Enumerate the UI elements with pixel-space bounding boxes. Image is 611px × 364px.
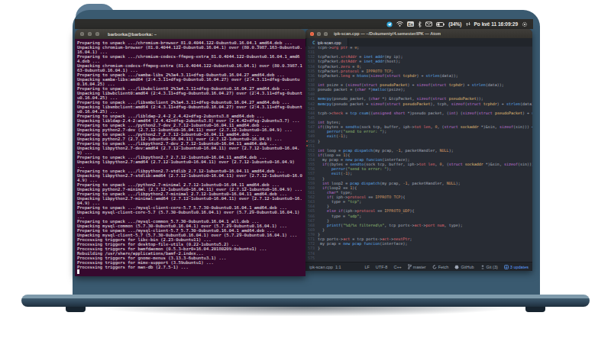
battery-icon[interactable] <box>436 22 445 27</box>
status-updates[interactable]: 3 updates <box>504 265 529 269</box>
code-text: } <box>318 139 320 143</box>
tab-label: ipk-scan.cpp <box>318 40 341 45</box>
code-line: 575 <box>306 256 532 260</box>
status-cursor-position[interactable]: 1:1 <box>335 265 341 269</box>
status-github[interactable]: GitHub <box>454 265 474 269</box>
terminal-window: barborka@barborka: ~ Preparing to unpack… <box>75 29 306 276</box>
close-button[interactable] <box>80 32 84 36</box>
terminal-output[interactable]: Preparing to unpack .../chromium-browser… <box>75 39 306 276</box>
status-file[interactable]: ipk-scan.cpp <box>309 265 333 269</box>
terminal-line: Unpacking chromium-codecs-ffmpeg-extra (… <box>77 63 303 72</box>
line-number: 575 <box>306 256 318 260</box>
laptop-shadow <box>11 303 600 329</box>
error-marker-icon <box>306 140 308 142</box>
code-text: printf("%d/%s filtered\n", tcp_ports->ac… <box>318 223 463 227</box>
package-update-icon <box>504 265 509 269</box>
fetch-icon <box>432 265 437 269</box>
status-fetch[interactable]: Fetch <box>432 265 449 269</box>
code-line: 542memcpy(pseudo_packet + sizeof(struct … <box>306 101 532 106</box>
diff-icon <box>480 265 485 269</box>
system-panel: En (34%) Po kvě 11 16:09:29 <box>75 19 533 29</box>
terminal-line: Unpacking samba-libs:amd64 (2:4.3.11+dfs… <box>77 77 303 86</box>
terminal-line: Unpacking libpython2.7:amd64 (2.7.12-1ub… <box>77 159 303 169</box>
github-icon <box>454 265 459 269</box>
gear-icon[interactable] <box>522 21 528 27</box>
code-text: my_pcap = new_pcap_funcion(interface); <box>318 241 407 246</box>
sync-arrows-icon[interactable] <box>466 21 470 27</box>
code-text: tcph->check = tcp_csum((unsigned short *… <box>318 111 532 115</box>
terminal-line: Preparing to unpack .../chromium-codecs-… <box>77 54 303 63</box>
code-text: memcpy(pseudo_packet + sizeof(struct pse… <box>318 101 532 106</box>
code-line: 544tcph->check = tcp_csum((unsigned shor… <box>306 111 532 115</box>
tab-bar: C ipk-scan.cpp <box>306 38 532 47</box>
tab-ipk-scan[interactable]: C ipk-scan.cpp <box>306 38 348 47</box>
minimize-button[interactable] <box>88 32 92 36</box>
status-encoding[interactable]: UTF-8 <box>376 265 388 269</box>
status-bar: ipk-scan.cpp 1:1 LF UTF-8 C++ master Fet… <box>306 262 532 271</box>
minimize-button[interactable] <box>317 32 321 36</box>
maximize-button[interactable] <box>324 32 328 36</box>
battery-percentage[interactable]: (34%) <box>448 21 461 27</box>
code-text: } <box>318 246 320 250</box>
terminal-line: Unpacking libpython2.7-stdlib:amd64 (2.7… <box>77 173 303 182</box>
cpp-file-icon: C <box>312 40 315 45</box>
status-line-ending[interactable]: LF <box>364 265 369 269</box>
terminal-line: Unpacking libwbclient0:amd64 (2:4.3.11+d… <box>77 91 303 100</box>
error-marker-icon <box>306 145 308 147</box>
editor-body[interactable]: 530tcph->urg_ptr = 0;531532tcpPacket.src… <box>306 47 532 262</box>
code-text: tcph->urg_ptr = 0; <box>318 47 359 50</box>
terminal-cursor <box>77 269 303 275</box>
clock[interactable]: Po kvě 11 16:09:29 <box>474 21 518 27</box>
terminal-line: Unpacking libpython2.7-minimal:amd64 (2.… <box>77 196 303 205</box>
window-title: ipk-scan.cpp — ~/Dokumenty/4.semester/IP… <box>334 31 441 36</box>
terminal-title: barborka@barborka: ~ <box>108 32 157 37</box>
code-text: tcpPacket.leng = htons(sizeof(struct tcp… <box>318 73 458 78</box>
branch-icon <box>408 264 412 269</box>
mail-icon[interactable] <box>425 21 432 27</box>
messaging-app-icon[interactable] <box>386 21 393 27</box>
code-text: exit(-1); <box>318 134 348 138</box>
terminal-line: Unpacking libpython2.7-dev:amd64 (2.7.12… <box>77 146 303 155</box>
terminal-line: Unpacking mysql-client-core-5.7 (5.7.30-… <box>77 210 303 219</box>
wifi-icon[interactable] <box>396 21 403 27</box>
desktop-screen: En (34%) Po kvě 11 16:09:29 <box>75 19 533 277</box>
code-text: pseudo_packet = (char *)malloc(psize); <box>318 87 405 92</box>
keyboard-layout-indicator[interactable]: En <box>407 21 414 27</box>
laptop-mockup: En (34%) Po kvě 11 16:09:29 <box>0 0 611 364</box>
terminal-titlebar[interactable]: barborka@barborka: ~ <box>75 29 306 39</box>
close-button[interactable] <box>310 32 314 36</box>
terminal-line: Unpacking chromium-browser (81.0.4044.12… <box>77 45 303 54</box>
atom-titlebar[interactable]: ipk-scan.cpp — ~/Dokumenty/4.semester/IP… <box>306 29 532 38</box>
status-git-changes[interactable]: Git (3) <box>480 265 498 269</box>
bluetooth-icon[interactable] <box>418 21 422 27</box>
status-git-branch[interactable]: master <box>408 264 426 269</box>
maximize-button[interactable] <box>95 32 99 36</box>
laptop-base <box>21 295 590 307</box>
terminal-line: Unpacking libsmbclient:amd64 (2:4.3.11+d… <box>77 105 303 114</box>
status-language[interactable]: C++ <box>393 265 401 269</box>
atom-window: ipk-scan.cpp — ~/Dokumenty/4.semester/IP… <box>306 29 532 271</box>
